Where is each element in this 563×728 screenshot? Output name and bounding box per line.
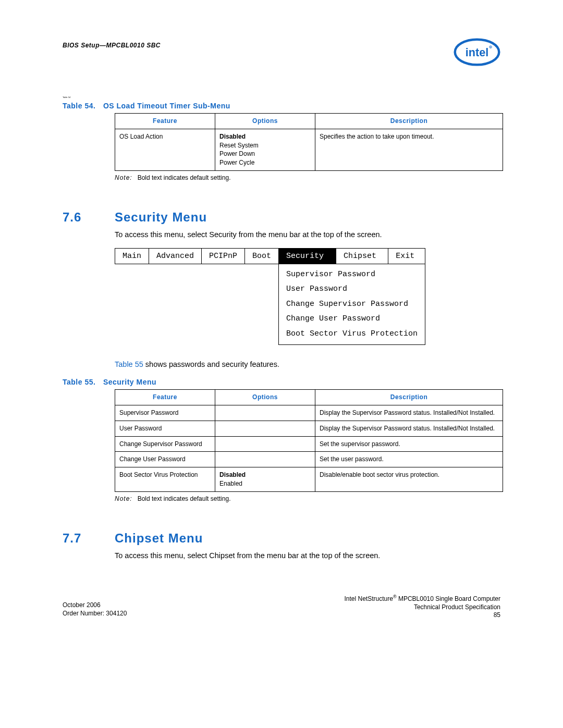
tiny-ref: Table 54 <box>63 96 500 98</box>
tab-exit[interactable]: Exit <box>388 248 425 264</box>
tab-security[interactable]: Security <box>279 248 336 264</box>
table-54-note: Note:Bold text indicates default setting… <box>115 174 500 181</box>
security-submenu-items: Supervisor Password User Password Change… <box>279 264 425 345</box>
table-row: Change User PasswordSet the user passwor… <box>115 452 503 467</box>
tab-boot[interactable]: Boot <box>245 248 279 264</box>
cell-desc: Specifies the action to take upon timeou… <box>315 129 503 170</box>
section-7-6-para: To access this menu, select Security fro… <box>115 230 500 240</box>
intel-logo: intel R <box>454 36 500 70</box>
section-7-6-heading: 7.6 Security Menu <box>63 210 500 225</box>
th-feature: Feature <box>115 390 215 405</box>
table-55-caption: Table 55. Security Menu <box>63 378 500 386</box>
table-55-link[interactable]: Table 55 <box>115 360 143 368</box>
th-feature: Feature <box>115 114 215 129</box>
cell-options: Disabled Reset System Power Down Power C… <box>215 129 315 170</box>
doc-header-title: BIOS Setup—MPCBL0010 SBC <box>63 42 161 49</box>
tab-main[interactable]: Main <box>115 248 149 264</box>
table-row: Supervisor PasswordDisplay the Superviso… <box>115 405 503 421</box>
table-row: OS Load Action Disabled Reset System Pow… <box>115 129 503 170</box>
section-7-7-para: To access this menu, select Chipset from… <box>115 551 500 561</box>
th-options: Options <box>215 390 315 405</box>
tab-chipset[interactable]: Chipset <box>336 248 388 264</box>
svg-text:R: R <box>490 46 492 48</box>
bios-menu-bar: Main Advanced PCIPnP Boot Security Chips… <box>115 248 425 346</box>
section-7-6-para2: Table 55 shows passwords and security fe… <box>115 360 500 369</box>
table-55: Feature Options Description Supervisor P… <box>115 389 503 492</box>
svg-text:intel: intel <box>466 46 488 59</box>
table-row: User PasswordDisplay the Supervisor Pass… <box>115 421 503 436</box>
tab-advanced[interactable]: Advanced <box>149 248 202 264</box>
table-55-note: Note:Bold text indicates default setting… <box>115 495 500 502</box>
table-54-caption: Table 54. OS Load Timeout Timer Sub-Menu <box>63 102 500 110</box>
th-options: Options <box>215 114 315 129</box>
table-row: Change Supervisor PasswordSet the superv… <box>115 436 503 452</box>
th-desc: Description <box>315 114 503 129</box>
table-row: Boot Sector Virus Protection DisabledEna… <box>115 467 503 492</box>
cell-feature: OS Load Action <box>115 129 215 170</box>
th-desc: Description <box>315 390 503 405</box>
section-7-7-heading: 7.7 Chipset Menu <box>63 531 500 546</box>
tab-pcipnp[interactable]: PCIPnP <box>202 248 245 264</box>
table-54: Feature Options Description OS Load Acti… <box>115 113 503 171</box>
